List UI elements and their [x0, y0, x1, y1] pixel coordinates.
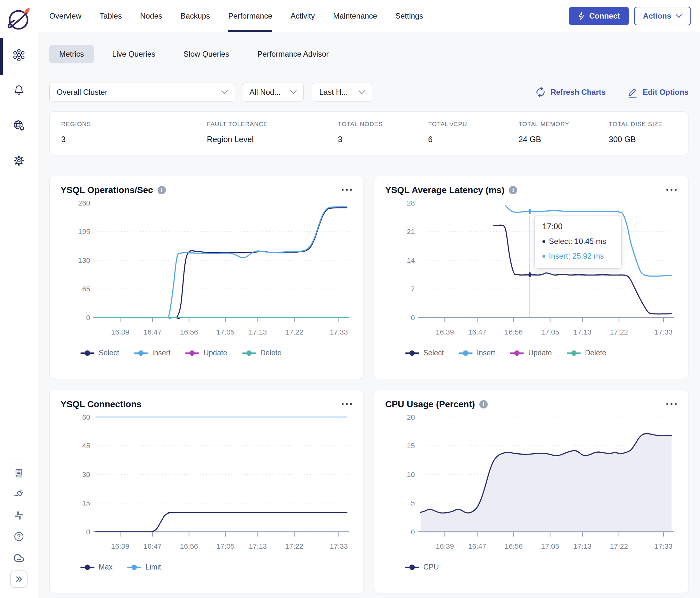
svg-text:0: 0 [411, 313, 415, 322]
tooltip-time: 17:00 [543, 222, 614, 231]
time-range-select[interactable]: Last H... [312, 83, 372, 102]
chart-card-ysql-operations: YSQL Operations/Sec i 06513019526016:391… [49, 176, 364, 379]
tab-nodes[interactable]: Nodes [140, 0, 162, 32]
svg-text:16:39: 16:39 [111, 328, 129, 336]
slack-icon [13, 510, 25, 521]
nodes-select[interactable]: All Nod... [242, 83, 304, 102]
svg-text:16:56: 16:56 [505, 328, 523, 336]
legend-item-select: Select [405, 348, 444, 357]
charts-grid: YSQL Operations/Sec i 06513019526016:391… [49, 176, 689, 593]
subtab-live-queries[interactable]: Live Queries [102, 45, 165, 63]
stat-value: 300 GB [609, 135, 677, 144]
gear-icon [12, 154, 26, 168]
yugabyte-logo[interactable] [5, 4, 33, 34]
chart-card-ysql-connections: YSQL Connections 01530456016:3916:4716:5… [49, 390, 364, 593]
chevron-down-icon [358, 90, 365, 95]
cluster-select[interactable]: Overall Cluster [49, 83, 235, 102]
svg-text:5: 5 [411, 499, 415, 507]
subtab-performance-advisor[interactable]: Performance Advisor [248, 45, 339, 63]
cpu-usage-chart[interactable]: 0510152016:3916:4716:5617:0517:1317:2217… [385, 411, 677, 554]
svg-text:28: 28 [407, 199, 415, 207]
stat-total-memory: TOTAL MEMORY 24 GB [519, 121, 609, 144]
plug-icon [13, 489, 25, 500]
info-icon[interactable]: i [479, 400, 488, 409]
actions-button[interactable]: Actions [634, 7, 691, 25]
legend-marker-icon [458, 350, 473, 356]
edit-options-button[interactable]: Edit Options [627, 86, 689, 98]
connect-button[interactable]: Connect [569, 7, 629, 25]
tab-performance[interactable]: Performance [228, 0, 272, 32]
svg-text:17:13: 17:13 [574, 328, 592, 336]
chart-title: CPU Usage (Percent) [385, 399, 475, 410]
expand-sidebar-button[interactable] [10, 570, 28, 588]
sidebar-item-docs[interactable] [13, 467, 25, 479]
chevron-down-icon [676, 14, 682, 18]
legend-label: Update [528, 348, 552, 357]
tab-overview[interactable]: Overview [49, 0, 81, 32]
chart-legend: Select Insert Update Delete [405, 348, 677, 357]
stat-value: 24 GB [519, 135, 609, 144]
subtab-slow-queries[interactable]: Slow Queries [174, 45, 239, 63]
sidebar-item-network[interactable] [12, 119, 26, 133]
legend-label: Insert [152, 348, 171, 357]
sidebar-item-settings[interactable] [12, 154, 26, 168]
legend-label: Select [423, 348, 444, 357]
legend-label: Delete [585, 348, 606, 357]
tab-settings[interactable]: Settings [396, 0, 423, 32]
chart-card-ysql-latency: YSQL Average Latency (ms) i 0714212816:3… [374, 176, 689, 379]
stat-value: 3 [61, 135, 207, 144]
sidebar-divider [9, 458, 28, 459]
sidebar-item-slack[interactable] [13, 510, 25, 521]
chart-menu-button[interactable] [341, 399, 353, 409]
actions-label: Actions [643, 11, 671, 21]
clusters-icon [12, 48, 26, 62]
svg-text:15: 15 [407, 441, 415, 450]
svg-text:17:13: 17:13 [249, 328, 267, 336]
svg-text:60: 60 [82, 413, 90, 421]
ysql-operations-chart[interactable]: 06513019526016:3916:4716:5617:0517:1317:… [60, 197, 353, 340]
svg-text:15: 15 [82, 499, 90, 507]
subtab-metrics[interactable]: Metrics [49, 45, 94, 63]
chart-menu-button[interactable] [666, 185, 677, 194]
tab-tables[interactable]: Tables [100, 0, 122, 32]
legend-label: Max [99, 563, 112, 571]
legend-item-select: Select [80, 348, 119, 357]
sidebar [0, 0, 38, 598]
info-icon[interactable]: i [157, 186, 166, 194]
svg-text:17:33: 17:33 [330, 328, 348, 336]
legend-marker-icon [510, 350, 524, 356]
chart-menu-button[interactable] [341, 185, 353, 194]
ysql-latency-chart[interactable]: 0714212816:3916:4716:5617:0517:1317:2217… [385, 197, 677, 340]
sidebar-item-integrations[interactable] [13, 489, 25, 500]
svg-text:17:22: 17:22 [610, 542, 628, 550]
active-nav-indicator [0, 38, 3, 75]
lightning-bolt-icon [578, 11, 585, 21]
info-icon[interactable]: i [509, 186, 517, 194]
ysql-connections-chart[interactable]: 01530456016:3916:4716:5617:0517:1317:221… [60, 411, 353, 554]
chart-legend: Max Limit [80, 563, 353, 571]
cluster-stats-card: REGIONS 3 FAULT TOLERANCE Region Level T… [49, 111, 689, 155]
sidebar-item-alerts[interactable] [12, 83, 26, 97]
svg-text:17:05: 17:05 [541, 328, 559, 336]
sidebar-item-help[interactable] [13, 531, 25, 542]
svg-text:17:13: 17:13 [249, 542, 267, 550]
svg-text:17:33: 17:33 [330, 542, 348, 550]
svg-text:20: 20 [407, 413, 415, 421]
connect-label: Connect [589, 11, 620, 21]
nodes-select-value: All Nod... [249, 88, 280, 97]
tab-activity[interactable]: Activity [291, 0, 315, 32]
svg-text:14: 14 [407, 256, 415, 264]
stat-label: FAULT TOLERANCE [207, 121, 338, 128]
double-chevron-right-icon [14, 574, 24, 584]
stat-total-disk-size: TOTAL DISK SIZE 300 GB [609, 121, 677, 144]
sidebar-item-cloud[interactable] [13, 552, 25, 564]
tab-backups[interactable]: Backups [181, 0, 210, 32]
time-range-select-value: Last H... [319, 88, 348, 97]
refresh-charts-button[interactable]: Refresh Charts [535, 87, 605, 98]
sidebar-item-clusters[interactable] [12, 48, 26, 62]
svg-text:0: 0 [86, 527, 90, 536]
svg-text:17:13: 17:13 [574, 542, 592, 550]
chart-menu-button[interactable] [666, 399, 677, 409]
legend-item-delete: Delete [567, 348, 606, 357]
tab-maintenance[interactable]: Maintenance [333, 0, 377, 32]
